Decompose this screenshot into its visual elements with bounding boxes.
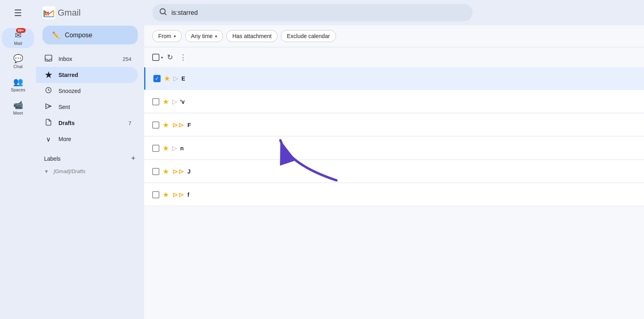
refresh-button[interactable]: ↻ xyxy=(165,50,175,64)
sent-icon xyxy=(44,103,53,112)
labels-section-header: Labels + xyxy=(36,150,144,167)
email-list: ✓ ★ ▷ E ★ ▷ 'v ★ ⊳⊳ F ★ xyxy=(144,67,644,319)
filter-from-arrow: ▾ xyxy=(174,34,176,38)
filter-attachment-label: Has attachment xyxy=(232,33,272,39)
sidebar: M Gmail ✏️ Compose Inbox 254 ★ Starred S… xyxy=(36,0,144,319)
search-input[interactable] xyxy=(171,9,466,16)
snoozed-icon xyxy=(44,87,53,96)
hamburger-icon: ☰ xyxy=(14,8,22,18)
email-row[interactable]: ✓ ★ ▷ E xyxy=(144,67,644,90)
compose-button[interactable]: ✏️ Compose xyxy=(42,26,138,44)
select-all-container: ▾ xyxy=(152,54,163,61)
inbox-icon xyxy=(44,54,53,64)
sidebar-item-snoozed[interactable]: Snoozed xyxy=(36,83,138,99)
compose-icon: ✏️ xyxy=(52,31,60,39)
star-icon-3[interactable]: ★ xyxy=(163,121,169,129)
meet-icon: 📹 xyxy=(13,100,23,110)
labels-sub-icon: ▼ xyxy=(44,169,49,174)
select-dropdown-arrow[interactable]: ▾ xyxy=(161,55,163,60)
forward-icon-6[interactable]: ⊳⊳ xyxy=(172,190,184,199)
labels-sub-item[interactable]: ▼ [Gmail]/Drafts xyxy=(36,167,144,176)
email-content-6: f xyxy=(187,191,636,198)
labels-title: Labels xyxy=(44,155,130,162)
star-icon-4[interactable]: ★ xyxy=(163,144,169,153)
email-content-4: n xyxy=(180,145,636,152)
compose-label: Compose xyxy=(65,32,92,39)
select-all-checkbox[interactable] xyxy=(152,54,159,61)
filter-from[interactable]: From ▾ xyxy=(152,30,182,42)
star-icon-6[interactable]: ★ xyxy=(163,190,169,199)
labels-add-button[interactable]: + xyxy=(130,153,136,164)
toolbar: ▾ ↻ ⋮ xyxy=(144,47,644,67)
inbox-count: 254 xyxy=(123,56,131,62)
starred-label: Starred xyxy=(58,72,131,78)
email-row[interactable]: ★ ⊳⊳ f xyxy=(144,184,644,206)
email-row[interactable]: ★ ⊳⊳ F xyxy=(144,114,644,136)
forward-icon-3[interactable]: ⊳⊳ xyxy=(172,121,184,129)
email-sender-3: F xyxy=(187,122,191,128)
email-row[interactable]: ★ ▷ n xyxy=(144,137,644,160)
inbox-label: Inbox xyxy=(58,56,117,62)
email-sender-5: J xyxy=(187,168,191,175)
filter-from-label: From xyxy=(158,33,171,39)
email-checkbox-4[interactable] xyxy=(152,145,159,152)
nav-rail-item-spaces[interactable]: 👥 Spaces xyxy=(2,75,34,95)
sidebar-item-sent[interactable]: Sent xyxy=(36,99,138,115)
email-row[interactable]: ★ ▷ 'v xyxy=(144,91,644,113)
email-checkbox-6[interactable] xyxy=(152,191,159,198)
email-content-1: E xyxy=(181,75,636,82)
star-icon-5[interactable]: ★ xyxy=(163,167,169,176)
forward-icon-4[interactable]: ▷ xyxy=(172,144,177,152)
email-sender-2: 'v xyxy=(180,99,185,105)
nav-rail-item-meet[interactable]: 📹 Meet xyxy=(2,98,34,118)
nav-rail-item-mail[interactable]: ✉ 99+ Mail xyxy=(2,28,34,48)
sidebar-item-starred[interactable]: ★ Starred xyxy=(36,67,138,83)
main-content: From ▾ Any time ▾ Has attachment Exclude… xyxy=(144,0,644,319)
nav-rail: ☰ ✉ 99+ Mail 💬 Chat 👥 Spaces 📹 Meet xyxy=(0,0,36,319)
star-icon-1[interactable]: ★ xyxy=(164,74,170,83)
gmail-m-icon: M xyxy=(42,6,55,19)
email-checkbox-1[interactable]: ✓ xyxy=(153,75,161,82)
nav-rail-item-chat[interactable]: 💬 Chat xyxy=(2,51,34,71)
svg-text:M: M xyxy=(44,10,49,17)
email-content-5: J xyxy=(187,168,636,175)
forward-icon-2[interactable]: ▷ xyxy=(172,98,177,105)
filter-anytime-arrow: ▾ xyxy=(215,34,217,38)
mail-icon: ✉ 99+ xyxy=(15,30,22,40)
star-icon-2[interactable]: ★ xyxy=(163,97,169,106)
svg-line-6 xyxy=(165,13,166,15)
email-checkbox-5[interactable] xyxy=(152,168,159,175)
drafts-icon xyxy=(44,119,53,128)
forward-icon-5[interactable]: ⊳⊳ xyxy=(172,167,184,176)
email-sender-1: E xyxy=(181,75,185,82)
email-row[interactable]: ★ ⊳⊳ J xyxy=(144,160,644,183)
more-options-button[interactable]: ⋮ xyxy=(177,50,189,64)
more-icon: ∨ xyxy=(44,135,53,143)
sidebar-item-drafts[interactable]: Drafts 7 xyxy=(36,115,138,131)
labels-sub-label: [Gmail]/Drafts xyxy=(54,168,85,174)
filter-anytime[interactable]: Any time ▾ xyxy=(185,30,223,42)
email-content-2: 'v xyxy=(180,98,636,105)
filter-anytime-label: Any time xyxy=(191,33,213,39)
more-options-icon: ⋮ xyxy=(179,53,187,62)
email-checkbox-3[interactable] xyxy=(152,121,159,129)
search-icon xyxy=(159,7,167,18)
chat-icon: 💬 xyxy=(13,54,23,63)
sidebar-item-inbox[interactable]: Inbox 254 xyxy=(36,51,138,67)
search-bar xyxy=(144,0,644,25)
filter-excludecal[interactable]: Exclude calendar xyxy=(281,30,336,42)
sidebar-item-more[interactable]: ∨ More xyxy=(36,131,138,147)
search-container xyxy=(152,4,473,21)
forward-icon-1[interactable]: ▷ xyxy=(173,75,178,82)
gmail-text: Gmail xyxy=(58,8,80,18)
meet-label: Meet xyxy=(13,111,23,115)
mail-label: Mail xyxy=(14,41,22,46)
drafts-label: Drafts xyxy=(58,120,123,126)
email-sender-4: n xyxy=(180,145,184,151)
filter-excludecal-label: Exclude calendar xyxy=(287,33,330,39)
filter-attachment[interactable]: Has attachment xyxy=(226,30,278,42)
svg-point-5 xyxy=(160,9,165,14)
email-checkbox-2[interactable] xyxy=(152,98,159,105)
hamburger-menu-button[interactable]: ☰ xyxy=(11,5,25,22)
email-sender-6: f xyxy=(187,192,189,198)
